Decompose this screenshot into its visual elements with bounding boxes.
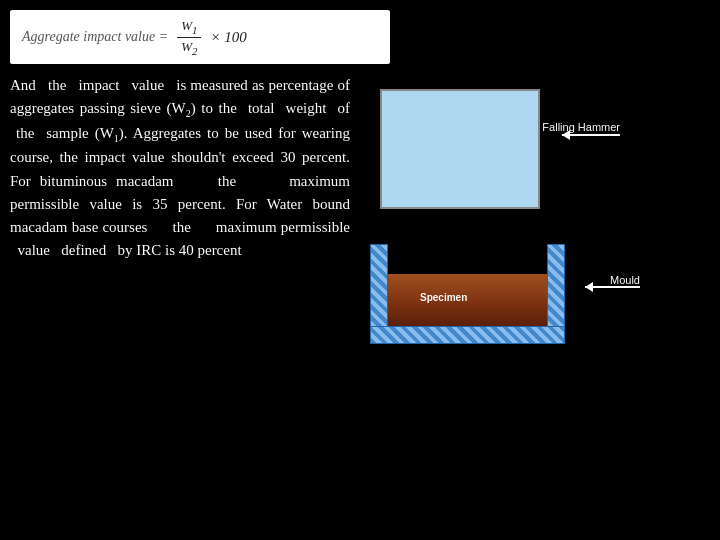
description-text: And the impact value is measured as perc… bbox=[10, 74, 350, 263]
arrow-line bbox=[562, 134, 620, 136]
mould-arrow bbox=[585, 286, 640, 288]
mould-outer: Specimen bbox=[370, 244, 565, 344]
fraction-denominator: W2 bbox=[177, 38, 201, 57]
mould-arrowhead bbox=[585, 282, 593, 292]
hammer-label: Falling Hammer bbox=[542, 120, 620, 134]
fraction-numerator: W1 bbox=[177, 18, 201, 38]
fraction: W1 W2 bbox=[177, 18, 201, 56]
formula-label: Aggregate impact value = bbox=[22, 29, 168, 45]
main-content: And the impact value is measured as perc… bbox=[0, 64, 720, 540]
formula-section: Aggregate impact value = W1 W2 × 100 bbox=[10, 10, 390, 64]
specimen-box bbox=[388, 274, 547, 326]
text-panel: And the impact value is measured as perc… bbox=[10, 74, 350, 530]
hammer-arrow bbox=[562, 134, 620, 136]
mould-arrow-line bbox=[585, 286, 640, 288]
formula-multiplier: × 100 bbox=[210, 29, 246, 46]
falling-hammer-diagram: Falling Hammer bbox=[370, 84, 620, 224]
diagram-panel: Falling Hammer Specimen Mou bbox=[360, 74, 710, 530]
formula-math: W1 W2 × 100 bbox=[174, 18, 247, 56]
specimen-label: Specimen bbox=[420, 292, 467, 303]
mould-bottom-wall bbox=[370, 326, 565, 344]
mould-label: Mould bbox=[610, 274, 640, 286]
hammer-box bbox=[380, 89, 540, 209]
mould-diagram: Specimen Mould bbox=[370, 244, 640, 354]
